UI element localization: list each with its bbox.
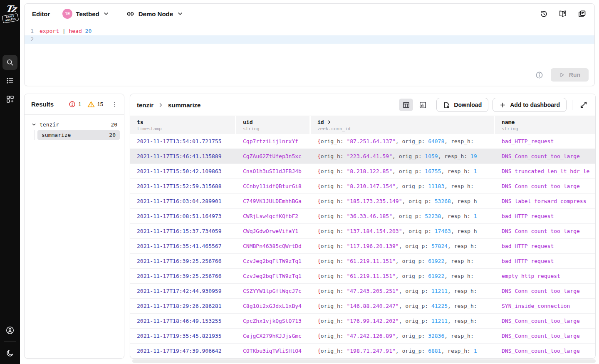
name-cell: bad_HTTP_request — [495, 209, 595, 223]
name-cell: DNS_Conn_count_too_large — [495, 224, 595, 238]
link-icon — [126, 10, 135, 18]
name-cell: DNS_label_forward_compress_ — [495, 194, 595, 208]
tenzir-logo[interactable]: Tz EARLYACCESS — [2, 3, 19, 25]
history-button[interactable] — [540, 10, 548, 18]
info-icon — [535, 71, 543, 79]
plus-icon — [499, 102, 506, 109]
breadcrumb-tenzir[interactable]: tenzir — [137, 102, 153, 109]
table-row[interactable]: 2021-11-17T15:50:42.109863CnsO1h3uSI1dJF… — [130, 164, 595, 179]
line-number: 2 — [25, 35, 39, 44]
tree-item-summarize[interactable]: summarize 20 — [37, 130, 120, 140]
dashboards-nav-button[interactable] — [2, 92, 17, 106]
uid-cell: CzvJeg2bqFlTW9zTq1 — [236, 269, 311, 283]
uid-cell: CzvJeg2bqFlTW9zTq1 — [236, 254, 311, 268]
table-row[interactable]: 2021-11-17T15:52:59.315688CCnby11idfQBtu… — [130, 179, 595, 194]
results-tree: tenzir 20 summarize 20 — [25, 115, 124, 140]
table-row[interactable]: 2021-11-17T17:42:44.930959CSZYYW1lpGflWq… — [130, 284, 595, 299]
line-number: 1 — [25, 27, 39, 35]
snippets-button[interactable] — [578, 10, 586, 18]
uid-cell: C8g1Oi2xGJdxL1xBy4 — [236, 299, 311, 313]
editor-panel: Editor TE Testbed Demo Node — [24, 3, 595, 86]
table-row[interactable]: 2021-11-17T13:54:01.721755Cqp7rtziLijlnr… — [130, 134, 595, 149]
ts-cell: 2021-11-17T18:46:49.153255 — [130, 314, 236, 328]
account-button[interactable] — [2, 323, 17, 338]
id-cell: {orig_h: "137.184.154.203", orig_p: 1746… — [311, 224, 495, 238]
ts-cell: 2021-11-17T13:54:01.721755 — [130, 134, 236, 149]
search-icon — [6, 58, 14, 67]
uid-cell: CSZYYW1lpGflWqcJ7c — [236, 284, 311, 298]
tree-item-tenzir[interactable]: tenzir 20 — [29, 120, 120, 129]
table-row[interactable]: 2021-11-17T16:39:25.256766CzvJeg2bqFlTW9… — [130, 254, 595, 269]
table-row[interactable]: 2021-11-17T16:35:41.465567CNMBPn46385cQW… — [130, 239, 595, 254]
name-cell: bad_HTTP_request — [495, 134, 595, 149]
name-cell: bad_HTTP_request — [495, 254, 595, 268]
id-cell: {orig_h: "8.218.122.85", orig_p: 16755, … — [311, 164, 495, 178]
name-cell: DNS_Conn_count_too_large — [495, 344, 595, 358]
table-row[interactable]: 2021-11-17T16:03:04.289901C749VK1JULDEmh… — [130, 194, 595, 209]
horizontal-scrollbar[interactable] — [132, 359, 596, 363]
table-row[interactable]: 2021-11-17T18:29:26.286281C8g1Oi2xGJdxL1… — [130, 299, 595, 314]
id-cell: {orig_h: "146.88.240.247", orig_p: 41225… — [311, 299, 495, 313]
column-header-name[interactable]: name string — [495, 116, 595, 134]
table-view-toggle[interactable] — [399, 99, 413, 111]
table-row[interactable]: 2021-11-17T15:46:41.135889CgZAu62ZtUfep3… — [130, 149, 595, 164]
run-button[interactable]: Run — [551, 68, 589, 82]
id-cell: {orig_h: "87.251.64.137", orig_p: 64078,… — [311, 134, 495, 149]
code-editor[interactable]: 1 export | head 20 2 — [25, 24, 594, 44]
theme-toggle-button[interactable] — [2, 346, 17, 361]
id-cell: {orig_h: "176.99.142.202", orig_p: 11211… — [311, 314, 495, 328]
id-cell: {orig_h: "198.71.247.91", orig_p: 6881, … — [311, 344, 495, 358]
results-header: Results 1 15 — [25, 94, 124, 115]
book-icon — [559, 10, 567, 18]
docs-button[interactable] — [559, 10, 567, 18]
column-header-uid[interactable]: uid string — [236, 116, 311, 134]
chart-view-toggle[interactable] — [416, 99, 430, 111]
table-row[interactable]: 2021-11-17T16:08:51.164973CWRjLsw4qcfKQf… — [130, 209, 595, 224]
name-cell: DNS_Conn_count_too_large — [495, 284, 595, 298]
editor-title: Editor — [32, 10, 50, 17]
column-header-id[interactable]: id zeek.conn_id — [311, 116, 495, 134]
table-body: 2021-11-17T13:54:01.721755Cqp7rtziLijlnr… — [130, 134, 595, 359]
id-cell: {orig_h: "223.64.41.59", orig_p: 1059, r… — [311, 149, 495, 163]
left-rail: Tz EARLYACCESS — [0, 0, 20, 364]
tree-item-count: 20 — [109, 132, 116, 138]
column-header-ts[interactable]: ts timestamp — [130, 116, 236, 134]
name-cell: DNS_Conn_count_too_large — [495, 179, 595, 193]
table-row[interactable]: 2021-11-17T16:39:25.256766CzvJeg2bqFlTW9… — [130, 269, 595, 284]
play-icon — [559, 72, 565, 78]
uid-cell: CWRjLsw4qcfKQfbF2 — [236, 209, 311, 223]
results-panel: Results 1 15 tenzir 20 summarize — [24, 94, 124, 359]
table-row[interactable]: 2021-11-17T16:15:37.734059CWqJGdwOrweVif… — [130, 224, 595, 239]
tree-item-label: summarize — [42, 132, 71, 138]
fullscreen-button[interactable] — [578, 99, 589, 111]
node-selector[interactable]: Demo Node — [126, 10, 183, 18]
id-cell: {orig_h: "117.196.20.139", orig_p: 57824… — [311, 239, 495, 253]
uid-cell: CgZAu62ZtUfep3n5xc — [236, 149, 311, 163]
table-row[interactable]: 2021-11-17T19:47:39.906642COTKbu3iqTWliS… — [130, 344, 595, 359]
table-row[interactable]: 2021-11-17T19:35:45.821935CejgCX279hKJJj… — [130, 329, 595, 344]
search-nav-button[interactable] — [2, 55, 17, 70]
tenzir-logo-mark: Tz — [1, 3, 20, 14]
name-cell: DNS_truncated_len_lt_hdr_le — [495, 164, 595, 178]
table-icon — [402, 101, 410, 109]
add-to-dashboard-button[interactable]: Add to dashboard — [493, 98, 567, 112]
tree-item-count: 20 — [111, 121, 117, 128]
pipelines-nav-button[interactable] — [2, 73, 17, 88]
id-cell: {orig_h: "185.173.235.149", orig_p: 5326… — [311, 194, 495, 208]
download-button[interactable]: Download — [436, 98, 488, 112]
table-row[interactable]: 2021-11-17T18:46:49.153255CpcZhx1vjkQgSt… — [130, 314, 595, 329]
workspace-selector[interactable]: TE Testbed — [62, 9, 109, 19]
list-icon — [6, 77, 14, 85]
grid-add-icon — [6, 95, 14, 103]
table-header: ts timestamp uid string id zeek.conn_id … — [130, 116, 595, 134]
results-menu-button[interactable] — [111, 101, 118, 108]
chevron-down-icon — [177, 10, 183, 17]
expand-record-icon[interactable] — [327, 119, 332, 125]
name-cell: empty_http_request — [495, 269, 595, 283]
breadcrumb-summarize[interactable]: summarize — [168, 102, 200, 109]
ts-cell: 2021-11-17T16:15:37.734059 — [130, 224, 236, 238]
name-cell: SYN_inside_connection — [495, 299, 595, 313]
info-button[interactable] — [535, 71, 543, 79]
download-icon — [443, 102, 450, 109]
rail-divider — [4, 342, 16, 342]
